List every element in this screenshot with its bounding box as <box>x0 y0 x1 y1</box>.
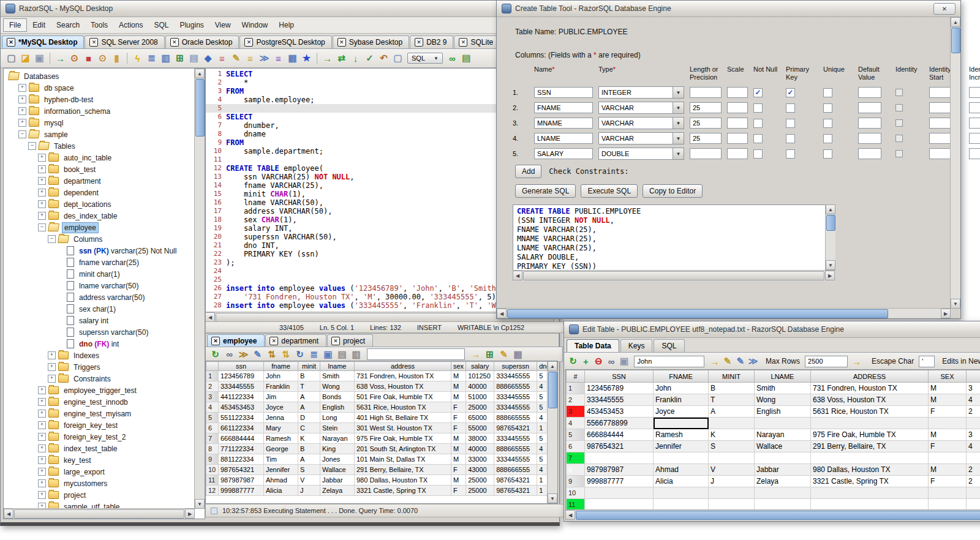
edit-hscrollbar[interactable]: ◀ <box>565 509 980 520</box>
grid-cell[interactable]: 5566778899 <box>585 418 654 429</box>
execute-sql-button[interactable]: Execute SQL <box>581 184 638 198</box>
grid-cell[interactable]: Tim <box>264 454 298 465</box>
menu-item-edit[interactable]: Edit <box>27 19 51 31</box>
grid-cell[interactable]: T <box>709 394 755 406</box>
expand-icon[interactable]: + <box>38 189 46 197</box>
generated-sql-preview[interactable]: CREATE TABLE PUBLIC.EMPLOYEE(SSN INTEGER… <box>513 204 834 274</box>
column-name-field[interactable] <box>534 133 593 144</box>
grid-cell[interactable]: 2 <box>967 464 980 476</box>
grid-cell[interactable] <box>585 487 654 499</box>
grid-cell[interactable]: Narayan <box>755 429 811 441</box>
length-field[interactable] <box>690 102 722 113</box>
tree-item[interactable]: +book_test <box>5 163 195 175</box>
expand-icon[interactable]: + <box>48 351 56 359</box>
expand-icon[interactable]: + <box>38 165 46 173</box>
connection-tab[interactable]: ✕DB2 9 <box>410 36 453 48</box>
menu-item-file[interactable]: File <box>3 18 27 32</box>
tree-item[interactable]: sex char(1) <box>5 303 195 315</box>
table-row[interactable]: 5551122334JennaDLong401 High St, Bellair… <box>206 413 552 423</box>
column-name-field[interactable] <box>534 148 593 159</box>
grid-cell[interactable] <box>654 418 709 429</box>
grid-cell[interactable] <box>709 487 755 499</box>
grid-cell[interactable]: 291 Berry, Bellaire, TX <box>355 465 451 475</box>
table-row[interactable]: 3441122334JimABonds501 Fire Oak, Humble … <box>206 392 552 402</box>
result-tab-employee[interactable]: ✕employee <box>207 334 265 347</box>
expand-icon[interactable]: + <box>38 421 46 429</box>
tree-item[interactable]: +engine_test_myisam <box>5 408 195 419</box>
grid-cell[interactable]: 999887777 <box>585 476 654 487</box>
row-number[interactable]: 4 <box>567 418 585 429</box>
collapse-icon[interactable]: − <box>28 142 36 150</box>
unique-checkbox[interactable] <box>823 119 832 128</box>
scroll-left-icon[interactable]: ◀ <box>4 509 13 519</box>
grid-cell[interactable]: F <box>929 441 967 452</box>
preview-hscrollbar[interactable]: ◀ ▶ <box>513 270 835 280</box>
grid-cell[interactable]: F <box>929 476 967 487</box>
not-null-checkbox[interactable] <box>753 134 763 143</box>
grid-cell[interactable]: 441122334 <box>219 392 264 402</box>
edit-hscroll-thumb[interactable] <box>576 511 980 520</box>
tree-item[interactable]: Databases <box>5 70 195 82</box>
grid-cell[interactable]: F <box>451 465 466 475</box>
connect-icon[interactable]: → <box>54 52 67 65</box>
table-row[interactable]: 6987654321JenniferSWallace291 Berry, Bel… <box>567 441 980 452</box>
grid-cell[interactable]: Jabbar <box>320 475 355 486</box>
row-number[interactable]: 5 <box>567 429 585 441</box>
scroll-down-icon[interactable]: ▼ <box>826 260 835 270</box>
grid-cell[interactable]: 2 <box>967 406 980 418</box>
grid-cell[interactable]: Ahmad <box>654 464 709 476</box>
grid-cell[interactable] <box>709 452 755 464</box>
column-header[interactable]: lname <box>320 362 355 371</box>
scroll-down-icon[interactable]: ▼ <box>195 499 205 509</box>
tree-item[interactable]: +mysql <box>5 117 195 129</box>
connection-tab[interactable]: ✕Oracle Desktop <box>165 36 239 48</box>
preview-hscroll-thumb[interactable] <box>523 271 824 280</box>
not-null-checkbox[interactable]: ✓ <box>753 88 763 97</box>
grid-cell[interactable]: 333445555 <box>494 371 537 381</box>
expand-icon[interactable]: + <box>38 479 46 487</box>
grid-cell[interactable]: 987654321 <box>585 441 654 452</box>
grid-cell[interactable] <box>755 487 811 499</box>
expand-icon[interactable]: + <box>38 212 46 220</box>
grid-cell[interactable]: Ramesh <box>654 429 709 441</box>
expand-icon[interactable]: + <box>38 154 46 162</box>
column-header[interactable]: SSN <box>585 370 654 383</box>
chevron-down-icon[interactable]: ▼ <box>673 148 684 159</box>
execute-icon[interactable]: → <box>321 52 334 65</box>
grid-cell[interactable] <box>929 487 967 499</box>
grid-cell[interactable]: M <box>451 371 466 381</box>
grid-cell[interactable]: J <box>709 476 755 487</box>
export-icon[interactable]: ⊞ <box>483 348 496 361</box>
go-icon[interactable]: → <box>709 355 720 368</box>
menu-item-window[interactable]: Window <box>236 19 274 31</box>
params-icon[interactable]: ≫ <box>258 52 271 65</box>
tree-item[interactable]: −Columns <box>5 233 195 245</box>
close-tab-icon[interactable]: ✕ <box>7 38 15 47</box>
chevron-down-icon[interactable]: ▼ <box>673 87 684 98</box>
rollback-icon[interactable]: ↶ <box>377 52 390 65</box>
row-number[interactable]: 6 <box>206 423 219 433</box>
identity-checkbox[interactable] <box>895 150 903 157</box>
column-header[interactable]: address <box>355 362 451 371</box>
grid-cell[interactable]: Wong <box>755 394 811 406</box>
scroll-right-icon[interactable]: ▶ <box>941 309 951 318</box>
column-type-dropdown[interactable]: INTEGER▼ <box>598 86 684 99</box>
expand-icon[interactable]: + <box>18 96 26 103</box>
grid-cell[interactable]: Ahmad <box>264 475 298 486</box>
scroll-left-icon[interactable]: ◀ <box>513 271 522 280</box>
grid-cell[interactable]: V <box>709 464 755 476</box>
grid-cell[interactable] <box>585 499 654 511</box>
log-icon[interactable]: ▤ <box>460 52 473 65</box>
row-number[interactable]: 5 <box>206 413 219 423</box>
tree-item[interactable]: +foreign_key_test <box>5 419 195 431</box>
close-tab-icon[interactable]: ✕ <box>244 38 253 47</box>
column-header[interactable]: ssn <box>219 362 264 371</box>
grid-cell[interactable]: M <box>929 383 967 394</box>
grid-cell[interactable]: 333445555 <box>494 454 537 465</box>
row-number[interactable]: 9 <box>206 454 219 465</box>
scale-field[interactable] <box>727 118 748 129</box>
row-number[interactable]: 1 <box>567 383 585 394</box>
grid-cell[interactable]: Alicia <box>654 476 709 487</box>
grid-cell[interactable]: Long <box>320 413 355 423</box>
view-icon[interactable]: ∞ <box>606 355 617 368</box>
